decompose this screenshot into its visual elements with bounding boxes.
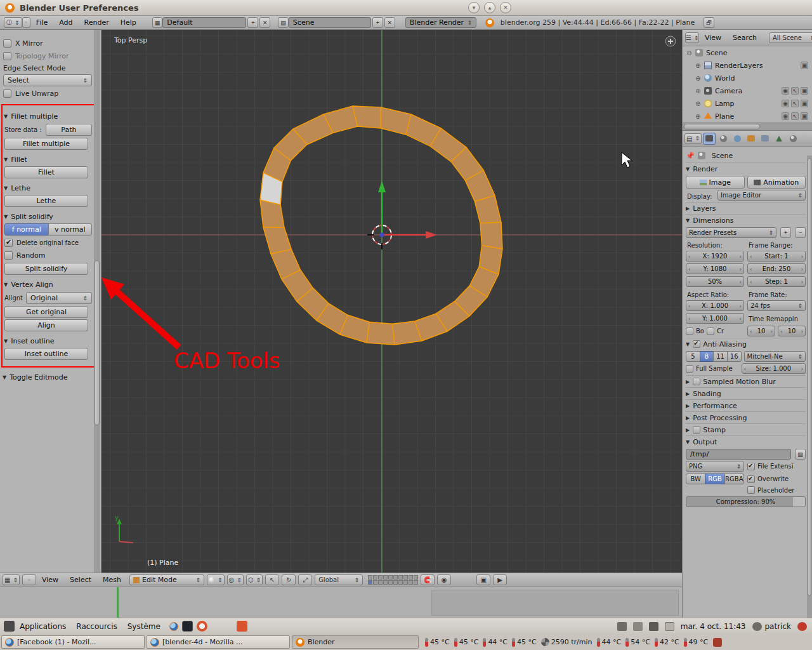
placeholder-checkbox[interactable] [747, 486, 755, 494]
remove-preset-button[interactable]: － [795, 227, 806, 238]
full-sample-checkbox[interactable] [686, 365, 693, 373]
fps-dropdown[interactable]: 24 fps⇕ [747, 300, 806, 311]
outliner-item-camera[interactable]: ⊕ Camera ◉ ↖ ▣ [683, 84, 812, 97]
volume-icon[interactable] [649, 622, 658, 631]
sensor-temp-5[interactable]: 44 °C [597, 638, 622, 647]
aa-samples-16[interactable]: 16 [727, 351, 742, 362]
aa-samples-segment[interactable]: 5 8 11 16 [686, 351, 742, 362]
panel-fillet-multiple-header[interactable]: ▼ Fillet multiple [4, 111, 93, 122]
renderable-camera-icon[interactable]: ▣ [801, 112, 808, 120]
aa-samples-8[interactable]: 8 [700, 351, 714, 362]
window-titlebar[interactable]: Blender User Preferences ▾ ▴ ✕ [0, 0, 812, 16]
snap-element-dropdown[interactable]: ⬡⇕ [246, 574, 263, 585]
x-mirror-checkbox[interactable] [3, 39, 11, 48]
random-checkbox[interactable] [4, 251, 13, 260]
panel-anti-aliasing-header[interactable]: ▼ Anti-Aliasing [686, 338, 806, 350]
menu-render[interactable]: Render [79, 18, 115, 27]
render-image-button[interactable]: Image [686, 176, 745, 189]
delete-original-face-option[interactable]: Delete original face [4, 237, 92, 248]
outliner-scrollbar[interactable] [683, 123, 812, 130]
properties-scrollbar-thumb[interactable] [808, 158, 811, 596]
panel-performance-header[interactable]: ▶Performance [686, 399, 806, 411]
power-icon[interactable] [797, 622, 807, 631]
add-scene-button[interactable]: ＋ [372, 17, 383, 28]
color-mode-bw[interactable]: BW [686, 474, 705, 484]
outliner-display-filter-dropdown[interactable]: All Scene⇕ [769, 32, 812, 43]
inset-outline-button[interactable]: Inset outline [4, 348, 88, 360]
expand-icon[interactable]: ⊕ [695, 113, 704, 120]
sensor-temp-6[interactable]: 54 °C [625, 638, 650, 647]
delete-scene-button[interactable]: ✕ [384, 17, 395, 28]
scene-field[interactable]: Scene [289, 17, 371, 28]
outliner-item-renderlayers[interactable]: ⊕ RenderLayers ▣ [683, 59, 812, 72]
live-unwrap-checkbox[interactable] [3, 90, 11, 98]
topology-mirror-checkbox[interactable] [3, 52, 11, 60]
menu-file[interactable]: File [30, 18, 53, 27]
panel-layers-header[interactable]: ▶Layers [686, 202, 806, 214]
viewport-shading-dropdown[interactable]: ⇕ [207, 574, 225, 585]
panel-render-header[interactable]: ▼Render [686, 162, 806, 175]
tab-world[interactable] [731, 133, 743, 145]
collapse-icon[interactable]: ⊖ [686, 50, 695, 56]
aa-filter-dropdown[interactable]: Mitchell-Ne⇕ [744, 351, 806, 362]
tab-render[interactable] [703, 133, 716, 145]
panel-dimensions-header[interactable]: ▼Dimensions [686, 214, 806, 226]
tab-material[interactable] [787, 133, 799, 145]
main-menu-icon[interactable] [4, 621, 15, 632]
crop-checkbox[interactable] [707, 328, 714, 335]
sensor-temp-7[interactable]: 42 °C [655, 638, 679, 647]
maximize-button[interactable]: ▴ [484, 2, 495, 13]
render-restrict-icon[interactable]: ▣ [801, 62, 808, 69]
screen-layout-browse-icon[interactable]: ▦ [152, 17, 163, 28]
get-original-button[interactable]: Get original [4, 306, 88, 318]
resolution-y-field[interactable]: Y: 1080 [686, 263, 744, 274]
system-menu[interactable]: Système [122, 622, 166, 631]
shortcuts-menu[interactable]: Raccourcis [71, 622, 122, 631]
add-preset-button[interactable]: ＋ [780, 227, 791, 238]
output-path-field[interactable]: /tmp/ [686, 449, 791, 460]
viewport-menu-select[interactable]: Select [64, 576, 97, 584]
transform-orientation-dropdown[interactable]: Global⇕ [315, 574, 363, 585]
color-mode-rgb[interactable]: RGB [705, 474, 724, 484]
menu-add[interactable]: Add [53, 18, 78, 27]
display-status-icon[interactable] [617, 622, 627, 631]
pivot-point-dropdown[interactable]: ◎⇕ [227, 574, 244, 585]
outliner-item-lamp[interactable]: ⊕ Lamp ◉ ↖ ▣ [683, 97, 812, 110]
viewport-menu-mesh[interactable]: Mesh [97, 576, 127, 584]
align-button[interactable]: Align [4, 319, 88, 331]
anti-aliasing-checkbox[interactable] [693, 340, 700, 348]
minimize-button[interactable]: ▾ [468, 2, 480, 13]
random-option[interactable]: Random [4, 250, 92, 261]
ubuntu-one-icon[interactable] [197, 621, 207, 632]
properties-editor-type-icon[interactable]: ▤⇕ [684, 133, 702, 144]
visibility-eye-icon[interactable]: ◉ [782, 112, 789, 120]
toolshelf-scrollbar-thumb[interactable] [95, 260, 100, 425]
screen-layout-field[interactable]: Default [162, 17, 246, 28]
folder-browse-icon[interactable]: ▨ [795, 449, 806, 460]
panel-toggle-editmode-header[interactable]: ▼ Toggle Editmode [3, 372, 92, 383]
sensor-temp-4[interactable]: 45 °C [512, 638, 537, 647]
border-checkbox[interactable] [686, 328, 693, 335]
file-extensions-checkbox[interactable] [747, 463, 755, 470]
store-data-path-button[interactable]: Path [46, 124, 92, 136]
timeline-strip[interactable] [0, 587, 682, 618]
outliner-menu-search[interactable]: Search [727, 34, 763, 42]
viewport-menu-view[interactable]: View [36, 576, 64, 584]
selectable-arrow-icon[interactable]: ↖ [791, 100, 799, 107]
compression-slider[interactable]: Compression: 90% [686, 496, 806, 507]
expand-icon[interactable]: ⊕ [695, 75, 704, 82]
outliner-item-world[interactable]: ⊕ World [683, 72, 812, 84]
renderable-camera-icon[interactable]: ▣ [801, 100, 808, 107]
applet-icon[interactable] [713, 638, 722, 647]
tab-modifiers[interactable] [759, 133, 771, 145]
panel-sampled-motion-blur-header[interactable]: ▶ Sampled Motion Blur [686, 375, 806, 387]
outliner-menu-view[interactable]: View [699, 34, 727, 42]
align-dropdown[interactable]: Original⇕ [26, 292, 92, 304]
transform-manipulator[interactable] [367, 181, 437, 249]
resolution-x-field[interactable]: X: 1920 [686, 251, 744, 262]
mode-dropdown[interactable]: Edit Mode⇕ [129, 574, 204, 585]
lethe-button[interactable]: Lethe [4, 195, 88, 207]
pin-icon[interactable]: 📌 [686, 152, 695, 160]
x-mirror-option[interactable]: X Mirror [3, 38, 91, 49]
app-window-icon[interactable] [237, 621, 247, 632]
